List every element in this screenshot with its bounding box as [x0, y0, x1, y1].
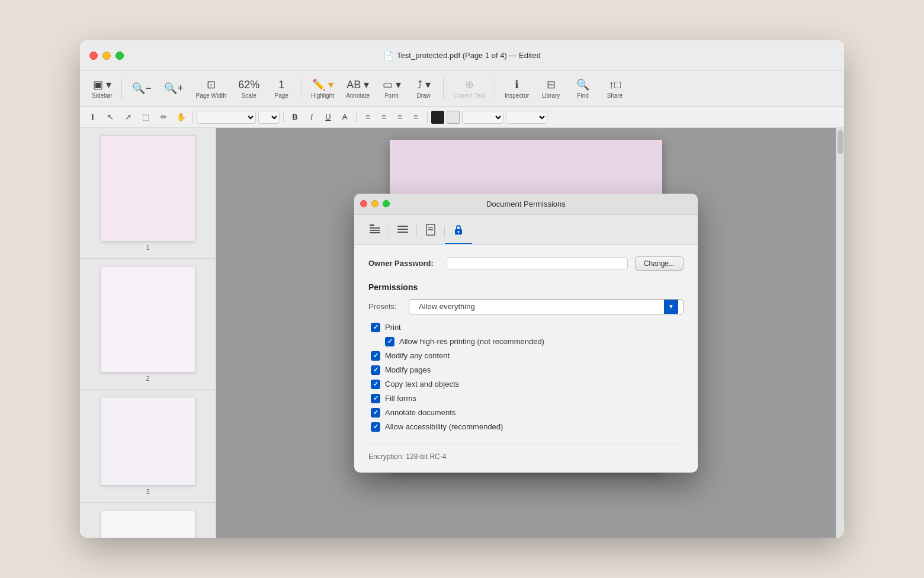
scale-label: Scale: [242, 92, 256, 99]
tab-metadata[interactable]: [361, 220, 389, 244]
dialog-close-button[interactable]: [360, 200, 367, 207]
cb-modify-content-label: Modify any content: [385, 351, 450, 360]
page-thumbnail-2: [101, 266, 195, 373]
zoom-out-tool[interactable]: 🔍−: [127, 79, 156, 98]
svg-point-11: [458, 231, 460, 233]
underline-btn[interactable]: U: [320, 110, 336, 125]
dialog-titlebar: Document Permissions: [354, 194, 698, 215]
stroke-color-btn[interactable]: [431, 111, 444, 124]
scale-tool[interactable]: 62% Scale: [233, 76, 264, 101]
correct-text-tool[interactable]: ⊕ Correct Text: [448, 76, 490, 101]
sidebar-page-3[interactable]: 3: [80, 390, 216, 503]
dialog-title: Document Permissions: [486, 200, 566, 208]
font-family-select[interactable]: [197, 111, 256, 124]
share-tool[interactable]: ↑□ Share: [600, 76, 630, 101]
cb-fill-forms[interactable]: [371, 394, 380, 403]
cb-high-res-label: Allow high-res printing (not recommended…: [399, 337, 544, 346]
checkbox-modify-pages[interactable]: Modify pages: [371, 365, 684, 375]
document-permissions-dialog: Document Permissions: [354, 194, 698, 473]
dialog-maximize-button[interactable]: [383, 200, 390, 207]
presets-select[interactable]: Allow everything ▼: [409, 299, 684, 314]
checkbox-print[interactable]: Print: [371, 323, 684, 332]
page-tool[interactable]: 1 Page: [267, 76, 296, 101]
checkbox-fill-forms[interactable]: Fill forms: [371, 394, 684, 403]
stroke-style-select[interactable]: [462, 111, 503, 124]
page-value: 1: [278, 79, 284, 91]
zoom-in-tool[interactable]: 🔍+: [159, 79, 188, 98]
svg-rect-2: [370, 230, 380, 231]
right-scrollbar[interactable]: [836, 128, 844, 538]
checkbox-copy-text[interactable]: Copy text and objects: [371, 380, 684, 389]
find-tool[interactable]: 🔍 Find: [568, 76, 598, 101]
fill-color-btn[interactable]: [447, 111, 460, 124]
sidebar-page-1[interactable]: 1: [80, 128, 216, 259]
cb-fill-forms-label: Fill forms: [385, 394, 416, 403]
sidebar-tool[interactable]: ▣ ▾ Sidebar: [87, 76, 117, 101]
main-content: 1 2 3 4: [80, 128, 844, 538]
password-field[interactable]: [447, 257, 628, 270]
maximize-button[interactable]: [116, 52, 124, 60]
font-size-select[interactable]: [258, 111, 280, 124]
cb-accessibility[interactable]: [371, 422, 380, 432]
cb-annotate[interactable]: [371, 408, 380, 418]
checkbox-modify-content[interactable]: Modify any content: [371, 351, 684, 361]
align-right-btn[interactable]: ≡: [392, 110, 408, 125]
cb-modify-content[interactable]: [371, 351, 380, 361]
highlight-label: Highlight: [311, 92, 334, 99]
rect-select-btn[interactable]: ⬚: [138, 110, 153, 125]
zoom-out-icon: 🔍−: [132, 82, 152, 95]
page-number-3: 3: [146, 488, 149, 495]
cb-copy-text[interactable]: [371, 380, 380, 389]
main-toolbar: ▣ ▾ Sidebar 🔍− 🔍+ ⊡ Page Width 62% Scale…: [80, 71, 844, 107]
library-tool[interactable]: ⊟ Library: [536, 76, 566, 101]
highlight-icon: ✏️ ▾: [312, 78, 333, 91]
cb-copy-text-label: Copy text and objects: [385, 380, 459, 388]
form-tool[interactable]: ▭ ▾ Form: [377, 76, 406, 101]
bold-btn[interactable]: B: [287, 110, 303, 125]
cb-annotate-label: Annotate documents: [385, 408, 455, 417]
sidebar-page-2[interactable]: 2: [80, 259, 216, 390]
svg-rect-5: [397, 229, 408, 230]
page-width-tool[interactable]: ⊡ Page Width: [191, 76, 231, 101]
strikethrough-btn[interactable]: A: [337, 110, 352, 125]
page-thumbnail-4: [101, 510, 195, 538]
close-button[interactable]: [89, 52, 98, 60]
stroke-width-select[interactable]: [506, 111, 547, 124]
dialog-minimize-button[interactable]: [371, 200, 378, 207]
cb-high-res[interactable]: [385, 337, 394, 346]
inspector-tool[interactable]: ℹ Inspector: [500, 76, 534, 101]
stamp-btn[interactable]: ✋: [174, 110, 189, 125]
select-btn[interactable]: ↖: [102, 110, 118, 125]
right-scroll-thumb[interactable]: [838, 130, 843, 154]
sec-divider-4: [427, 111, 428, 123]
sidebar-page-4[interactable]: 4: [80, 503, 216, 538]
text-cursor-btn[interactable]: 𝐈: [85, 110, 100, 125]
presets-dropdown-arrow[interactable]: ▼: [664, 299, 678, 314]
page-sidebar: 1 2 3 4: [80, 128, 216, 538]
arrow-select-btn[interactable]: ↗: [120, 110, 136, 125]
traffic-lights: [89, 52, 124, 60]
svg-rect-3: [370, 232, 380, 233]
tab-page[interactable]: [417, 220, 444, 244]
italic-btn[interactable]: I: [304, 110, 319, 125]
permissions-section-label: Permissions: [368, 282, 684, 292]
cb-modify-pages[interactable]: [371, 365, 380, 375]
form-icon: ▭ ▾: [383, 78, 401, 91]
checkbox-accessibility[interactable]: Allow accessibility (recommended): [371, 422, 684, 432]
tab-list[interactable]: [389, 220, 416, 244]
align-left-btn[interactable]: ≡: [360, 110, 376, 125]
markup-btn[interactable]: ✏: [156, 110, 171, 125]
change-button[interactable]: Change...: [635, 256, 684, 271]
checkbox-high-res-print[interactable]: Allow high-res printing (not recommended…: [385, 337, 684, 346]
align-justify-btn[interactable]: ≡: [408, 110, 424, 125]
annotate-tool[interactable]: AB ▾ Annotate: [341, 76, 374, 101]
minimize-button[interactable]: [102, 52, 111, 60]
align-center-btn[interactable]: ≡: [376, 110, 392, 125]
tab-security[interactable]: [445, 220, 472, 244]
cb-print[interactable]: [371, 323, 380, 332]
checkbox-annotate[interactable]: Annotate documents: [371, 408, 684, 418]
draw-tool[interactable]: ⤴ ▾ Draw: [409, 76, 438, 101]
svg-rect-1: [370, 227, 380, 229]
presets-row: Presets: Allow everything ▼: [368, 299, 684, 314]
highlight-tool[interactable]: ✏️ ▾ Highlight: [306, 76, 339, 101]
